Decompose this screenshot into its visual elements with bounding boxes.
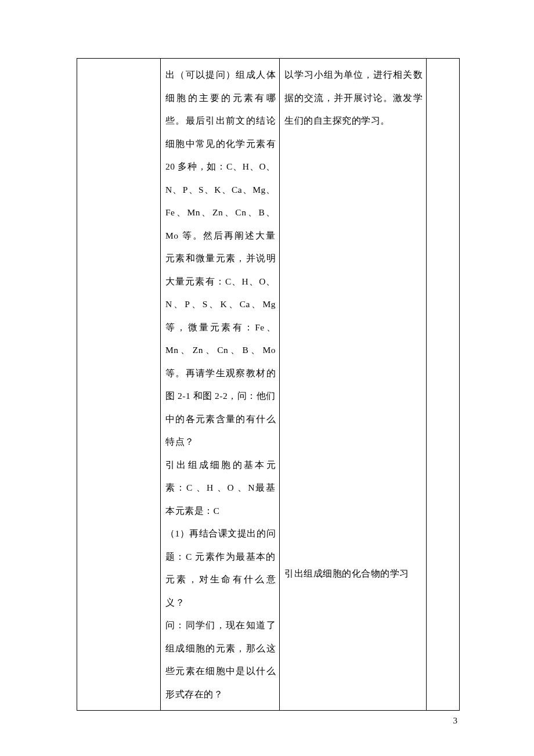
student-para-1: 以学习小组为单位，进行相关数据的交流，并开展讨论。激发学生们的自主探究的学习。	[284, 63, 423, 132]
teacher-para-1: 出（可以提问）组成人体细胞的主要的元素有哪些。最后引出前文的结论 细胞中常见的化…	[165, 63, 276, 453]
teacher-para-2: 引出组成细胞的基本元素：C 、H 、O 、N最基本元素是：C	[165, 453, 276, 523]
cell-notes	[427, 59, 460, 711]
lesson-table: 出（可以提问）组成人体细胞的主要的元素有哪些。最后引出前文的结论 细胞中常见的化…	[77, 58, 460, 711]
page-number: 3	[453, 716, 458, 726]
cell-student-activity: 以学习小组为单位，进行相关数据的交流，并开展讨论。激发学生们的自主探究的学习。 …	[280, 59, 427, 711]
table-row: 出（可以提问）组成人体细胞的主要的元素有哪些。最后引出前文的结论 细胞中常见的化…	[77, 59, 460, 711]
teacher-para-4: 问：同学们，现在知道了组成细胞的元素，那么这些元素在细胞中是以什么形式存在的？	[165, 614, 276, 705]
teacher-para-3: （1）再结合课文提出的问题：C 元素作为最基本的元素，对生命有什么意义？	[165, 522, 276, 614]
student-para-2: 引出组成细胞的化合物的学习	[284, 562, 423, 585]
cell-stage	[77, 59, 161, 711]
cell-teacher-activity: 出（可以提问）组成人体细胞的主要的元素有哪些。最后引出前文的结论 细胞中常见的化…	[161, 59, 280, 711]
page-content: 出（可以提问）组成人体细胞的主要的元素有哪些。最后引出前文的结论 细胞中常见的化…	[0, 0, 534, 756]
